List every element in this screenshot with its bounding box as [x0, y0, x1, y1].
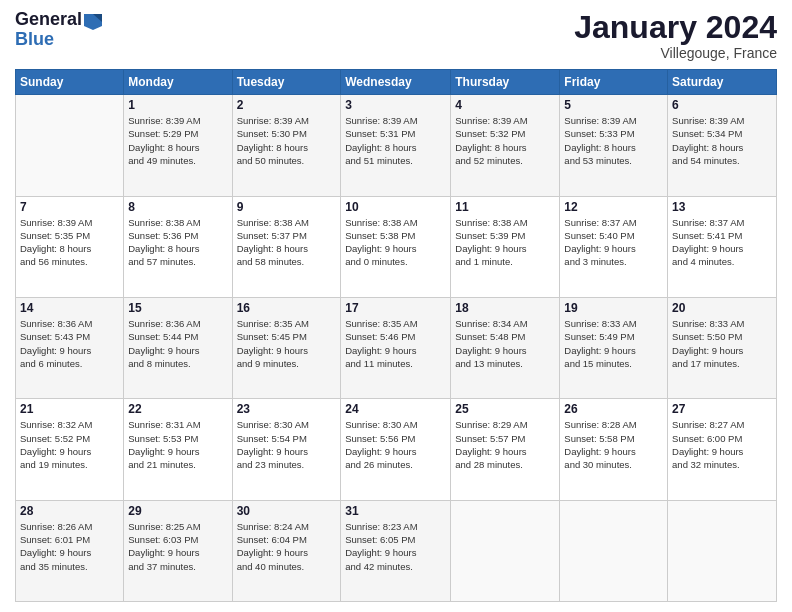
day-number: 29: [128, 504, 227, 518]
day-number: 15: [128, 301, 227, 315]
calendar-cell: 6Sunrise: 8:39 AM Sunset: 5:34 PM Daylig…: [668, 95, 777, 196]
weekday-header: Tuesday: [232, 70, 341, 95]
location: Villegouge, France: [574, 45, 777, 61]
calendar-cell: 27Sunrise: 8:27 AM Sunset: 6:00 PM Dayli…: [668, 399, 777, 500]
calendar-week-row: 1Sunrise: 8:39 AM Sunset: 5:29 PM Daylig…: [16, 95, 777, 196]
weekday-header: Saturday: [668, 70, 777, 95]
day-number: 8: [128, 200, 227, 214]
calendar-cell: 28Sunrise: 8:26 AM Sunset: 6:01 PM Dayli…: [16, 500, 124, 601]
calendar-week-row: 14Sunrise: 8:36 AM Sunset: 5:43 PM Dayli…: [16, 297, 777, 398]
day-number: 20: [672, 301, 772, 315]
calendar-cell: [560, 500, 668, 601]
day-info: Sunrise: 8:30 AM Sunset: 5:56 PM Dayligh…: [345, 418, 446, 471]
weekday-header: Friday: [560, 70, 668, 95]
day-info: Sunrise: 8:30 AM Sunset: 5:54 PM Dayligh…: [237, 418, 337, 471]
calendar-week-row: 7Sunrise: 8:39 AM Sunset: 5:35 PM Daylig…: [16, 196, 777, 297]
day-number: 3: [345, 98, 446, 112]
calendar-cell: 21Sunrise: 8:32 AM Sunset: 5:52 PM Dayli…: [16, 399, 124, 500]
day-number: 1: [128, 98, 227, 112]
weekday-header: Monday: [124, 70, 232, 95]
day-number: 24: [345, 402, 446, 416]
logo-text: General Blue: [15, 10, 82, 50]
calendar-week-row: 28Sunrise: 8:26 AM Sunset: 6:01 PM Dayli…: [16, 500, 777, 601]
day-number: 27: [672, 402, 772, 416]
day-info: Sunrise: 8:23 AM Sunset: 6:05 PM Dayligh…: [345, 520, 446, 573]
title-section: January 2024 Villegouge, France: [574, 10, 777, 61]
day-info: Sunrise: 8:32 AM Sunset: 5:52 PM Dayligh…: [20, 418, 119, 471]
day-number: 31: [345, 504, 446, 518]
calendar-week-row: 21Sunrise: 8:32 AM Sunset: 5:52 PM Dayli…: [16, 399, 777, 500]
day-info: Sunrise: 8:39 AM Sunset: 5:29 PM Dayligh…: [128, 114, 227, 167]
day-info: Sunrise: 8:24 AM Sunset: 6:04 PM Dayligh…: [237, 520, 337, 573]
calendar-cell: 24Sunrise: 8:30 AM Sunset: 5:56 PM Dayli…: [341, 399, 451, 500]
calendar-cell: 7Sunrise: 8:39 AM Sunset: 5:35 PM Daylig…: [16, 196, 124, 297]
day-info: Sunrise: 8:38 AM Sunset: 5:39 PM Dayligh…: [455, 216, 555, 269]
day-number: 30: [237, 504, 337, 518]
calendar-cell: 5Sunrise: 8:39 AM Sunset: 5:33 PM Daylig…: [560, 95, 668, 196]
day-number: 9: [237, 200, 337, 214]
day-number: 18: [455, 301, 555, 315]
day-info: Sunrise: 8:31 AM Sunset: 5:53 PM Dayligh…: [128, 418, 227, 471]
calendar-cell: 10Sunrise: 8:38 AM Sunset: 5:38 PM Dayli…: [341, 196, 451, 297]
day-number: 21: [20, 402, 119, 416]
day-number: 6: [672, 98, 772, 112]
day-info: Sunrise: 8:33 AM Sunset: 5:49 PM Dayligh…: [564, 317, 663, 370]
calendar-cell: 15Sunrise: 8:36 AM Sunset: 5:44 PM Dayli…: [124, 297, 232, 398]
weekday-header: Thursday: [451, 70, 560, 95]
day-info: Sunrise: 8:39 AM Sunset: 5:34 PM Dayligh…: [672, 114, 772, 167]
day-info: Sunrise: 8:27 AM Sunset: 6:00 PM Dayligh…: [672, 418, 772, 471]
calendar-cell: 29Sunrise: 8:25 AM Sunset: 6:03 PM Dayli…: [124, 500, 232, 601]
calendar-cell: 8Sunrise: 8:38 AM Sunset: 5:36 PM Daylig…: [124, 196, 232, 297]
day-number: 4: [455, 98, 555, 112]
day-number: 12: [564, 200, 663, 214]
day-info: Sunrise: 8:38 AM Sunset: 5:37 PM Dayligh…: [237, 216, 337, 269]
calendar-cell: 3Sunrise: 8:39 AM Sunset: 5:31 PM Daylig…: [341, 95, 451, 196]
day-info: Sunrise: 8:38 AM Sunset: 5:36 PM Dayligh…: [128, 216, 227, 269]
day-info: Sunrise: 8:36 AM Sunset: 5:44 PM Dayligh…: [128, 317, 227, 370]
day-number: 14: [20, 301, 119, 315]
day-info: Sunrise: 8:25 AM Sunset: 6:03 PM Dayligh…: [128, 520, 227, 573]
day-number: 19: [564, 301, 663, 315]
day-info: Sunrise: 8:39 AM Sunset: 5:30 PM Dayligh…: [237, 114, 337, 167]
day-info: Sunrise: 8:36 AM Sunset: 5:43 PM Dayligh…: [20, 317, 119, 370]
day-number: 2: [237, 98, 337, 112]
header: General Blue January 2024 Villegouge, Fr…: [15, 10, 777, 61]
day-number: 13: [672, 200, 772, 214]
calendar-cell: 2Sunrise: 8:39 AM Sunset: 5:30 PM Daylig…: [232, 95, 341, 196]
calendar-cell: 12Sunrise: 8:37 AM Sunset: 5:40 PM Dayli…: [560, 196, 668, 297]
calendar-cell: 18Sunrise: 8:34 AM Sunset: 5:48 PM Dayli…: [451, 297, 560, 398]
calendar-cell: 22Sunrise: 8:31 AM Sunset: 5:53 PM Dayli…: [124, 399, 232, 500]
month-title: January 2024: [574, 10, 777, 45]
day-info: Sunrise: 8:28 AM Sunset: 5:58 PM Dayligh…: [564, 418, 663, 471]
weekday-header: Sunday: [16, 70, 124, 95]
header-row: SundayMondayTuesdayWednesdayThursdayFrid…: [16, 70, 777, 95]
day-info: Sunrise: 8:34 AM Sunset: 5:48 PM Dayligh…: [455, 317, 555, 370]
day-info: Sunrise: 8:38 AM Sunset: 5:38 PM Dayligh…: [345, 216, 446, 269]
day-number: 10: [345, 200, 446, 214]
day-info: Sunrise: 8:39 AM Sunset: 5:33 PM Dayligh…: [564, 114, 663, 167]
calendar-table: SundayMondayTuesdayWednesdayThursdayFrid…: [15, 69, 777, 602]
calendar-cell: 20Sunrise: 8:33 AM Sunset: 5:50 PM Dayli…: [668, 297, 777, 398]
calendar-cell: 4Sunrise: 8:39 AM Sunset: 5:32 PM Daylig…: [451, 95, 560, 196]
calendar-cell: [16, 95, 124, 196]
calendar-cell: 23Sunrise: 8:30 AM Sunset: 5:54 PM Dayli…: [232, 399, 341, 500]
day-number: 22: [128, 402, 227, 416]
day-info: Sunrise: 8:29 AM Sunset: 5:57 PM Dayligh…: [455, 418, 555, 471]
day-number: 16: [237, 301, 337, 315]
calendar-cell: 14Sunrise: 8:36 AM Sunset: 5:43 PM Dayli…: [16, 297, 124, 398]
day-info: Sunrise: 8:35 AM Sunset: 5:45 PM Dayligh…: [237, 317, 337, 370]
day-number: 28: [20, 504, 119, 518]
calendar-cell: 31Sunrise: 8:23 AM Sunset: 6:05 PM Dayli…: [341, 500, 451, 601]
weekday-header: Wednesday: [341, 70, 451, 95]
day-number: 17: [345, 301, 446, 315]
calendar-cell: 30Sunrise: 8:24 AM Sunset: 6:04 PM Dayli…: [232, 500, 341, 601]
day-info: Sunrise: 8:37 AM Sunset: 5:41 PM Dayligh…: [672, 216, 772, 269]
calendar-page: General Blue January 2024 Villegouge, Fr…: [0, 0, 792, 612]
day-info: Sunrise: 8:39 AM Sunset: 5:35 PM Dayligh…: [20, 216, 119, 269]
logo-icon: [84, 12, 102, 30]
day-number: 11: [455, 200, 555, 214]
calendar-cell: [451, 500, 560, 601]
day-info: Sunrise: 8:37 AM Sunset: 5:40 PM Dayligh…: [564, 216, 663, 269]
calendar-cell: 9Sunrise: 8:38 AM Sunset: 5:37 PM Daylig…: [232, 196, 341, 297]
calendar-cell: 13Sunrise: 8:37 AM Sunset: 5:41 PM Dayli…: [668, 196, 777, 297]
